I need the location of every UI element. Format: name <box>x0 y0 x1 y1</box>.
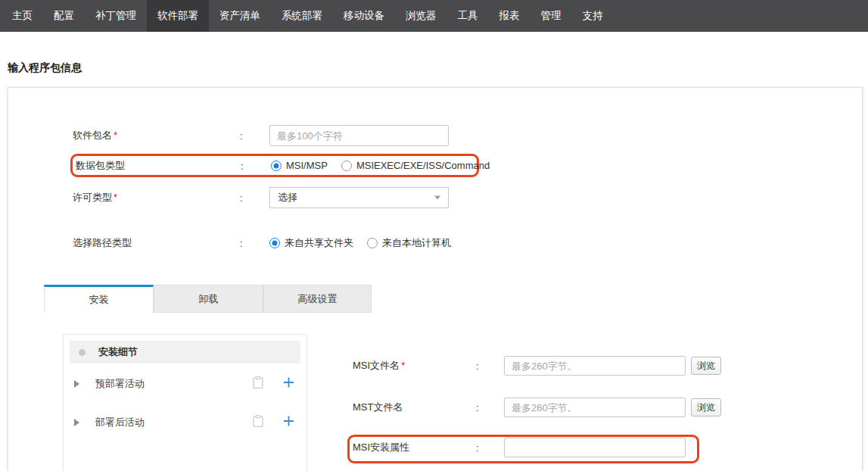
msi-browse-button[interactable]: 浏览 <box>691 357 721 375</box>
tree-item-pre-deployment[interactable]: 预部署活动 <box>64 373 306 395</box>
radio-selected-icon[interactable] <box>271 161 282 171</box>
radio-selected-icon[interactable] <box>269 238 280 248</box>
radio-label: 来自本地计算机 <box>382 236 451 250</box>
top-navbar: 主页 配置 补丁管理 软件部署 资产清单 系统部署 移动设备 浏览器 工具 报表… <box>0 0 868 32</box>
msi-properties-label: MSI安装属性 <box>353 441 409 454</box>
radio-from-local-computer[interactable]: 来自本地计算机 <box>367 236 451 250</box>
radio-label: 来自共享文件夹 <box>285 236 353 250</box>
tree-item-label: 预部署活动 <box>95 377 145 391</box>
license-type-label: 许可类型* <box>73 191 117 204</box>
required-asterisk: * <box>401 360 405 371</box>
nav-item-os-deployment[interactable]: 系统部署 <box>271 0 333 32</box>
tree-item-label: 部署后活动 <box>95 416 145 429</box>
expand-arrow-icon[interactable] <box>74 419 79 426</box>
nav-item-admin[interactable]: 管理 <box>530 0 572 32</box>
package-type-highlight-box: 数据包类型 : MSI/MSP MSIEXEC/EXE/ISS/Command <box>70 154 479 177</box>
package-name-label: 软件包名* <box>73 129 117 142</box>
nav-item-inventory[interactable]: 资产清单 <box>209 0 271 32</box>
colon-separator: : <box>240 130 243 142</box>
nav-item-configurations[interactable]: 配置 <box>43 0 85 32</box>
nav-item-reports[interactable]: 报表 <box>489 0 530 32</box>
radio-label: MSI/MSP <box>286 160 328 171</box>
radio-msiexec-exe-iss-command[interactable]: MSIEXEC/EXE/ISS/Command <box>341 160 490 171</box>
tab-uninstall[interactable]: 卸载 <box>154 285 263 313</box>
msi-properties-row: MSI安装属性 : <box>8 438 862 457</box>
colon-separator: : <box>476 402 479 413</box>
colon-separator: : <box>476 442 479 454</box>
radio-label: MSIEXEC/EXE/ISS/Command <box>356 160 490 171</box>
license-type-selected-value: 选择 <box>278 191 297 204</box>
mst-browse-button[interactable]: 浏览 <box>691 398 721 416</box>
license-type-select[interactable]: 选择 <box>269 187 449 208</box>
mst-file-row: MST文件名 : 浏览 <box>8 398 862 417</box>
package-info-panel: 软件包名* : 数据包类型 : MSI/MSP <box>8 87 863 471</box>
tab-advanced-settings[interactable]: 高级设置 <box>263 285 372 313</box>
screen: 主页 配置 补丁管理 软件部署 资产清单 系统部署 移动设备 浏览器 工具 报表… <box>0 0 868 471</box>
colon-separator: : <box>240 192 243 204</box>
nav-item-mobile-devices[interactable]: 移动设备 <box>333 0 395 32</box>
tab-install[interactable]: 安装 <box>44 285 154 313</box>
nav-item-tools[interactable]: 工具 <box>447 0 489 32</box>
required-asterisk: * <box>114 129 117 141</box>
add-icon[interactable] <box>283 416 294 430</box>
add-icon[interactable] <box>283 377 294 391</box>
radio-from-shared-folder[interactable]: 来自共享文件夹 <box>269 236 353 250</box>
msi-file-row: MSI文件名* : 浏览 <box>8 356 862 376</box>
path-type-label: 选择路径类型 <box>73 236 132 250</box>
package-name-input[interactable] <box>269 125 449 146</box>
mst-file-input[interactable] <box>504 398 686 417</box>
chevron-down-icon <box>434 196 440 200</box>
package-type-radio-group: MSI/MSP MSIEXEC/EXE/ISS/Command <box>271 160 503 171</box>
radio-unselected-icon[interactable] <box>341 161 352 171</box>
msi-properties-input[interactable] <box>504 438 686 457</box>
colon-separator: : <box>476 360 479 372</box>
msi-file-input[interactable] <box>504 356 686 376</box>
page-title: 输入程序包信息 <box>8 61 82 75</box>
clipboard-icon[interactable] <box>253 376 263 392</box>
nav-item-patch-mgmt[interactable]: 补丁管理 <box>85 0 147 32</box>
colon-separator: : <box>240 238 243 249</box>
nav-item-browsers[interactable]: 浏览器 <box>395 0 447 32</box>
expand-arrow-icon[interactable] <box>74 380 79 388</box>
license-type-row: 许可类型* : 选择 <box>8 187 862 208</box>
nav-item-support[interactable]: 支持 <box>572 0 614 32</box>
colon-separator: : <box>241 160 244 171</box>
nav-item-home[interactable]: 主页 <box>2 0 43 32</box>
path-type-radio-group: 来自共享文件夹 来自本地计算机 <box>269 236 465 250</box>
bullet-dot-icon <box>79 349 86 356</box>
radio-unselected-icon[interactable] <box>367 238 378 248</box>
radio-msi-msp[interactable]: MSI/MSP <box>271 160 328 171</box>
path-type-row: 选择路径类型 : 来自共享文件夹 来自本地计算机 <box>8 232 862 254</box>
package-type-label: 数据包类型 <box>76 159 125 173</box>
package-type-row: 数据包类型 : MSI/MSP MSIEXEC/EXE/ISS/Command <box>73 156 477 175</box>
nav-item-software-deployment[interactable]: 软件部署 <box>147 0 209 32</box>
required-asterisk: * <box>114 192 117 203</box>
mst-file-label: MST文件名 <box>353 401 403 414</box>
msi-file-label: MSI文件名* <box>353 359 405 373</box>
package-name-row: 软件包名* : <box>8 125 862 146</box>
